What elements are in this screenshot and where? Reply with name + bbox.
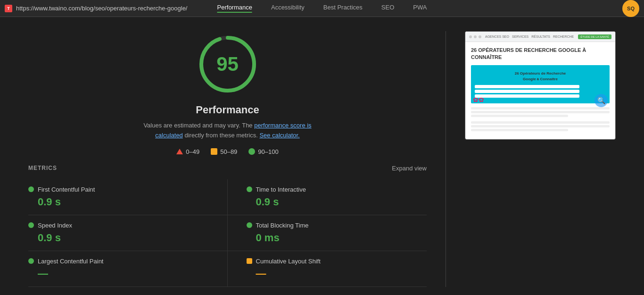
- preview-nav-2: SERVICES: [512, 35, 528, 38]
- metrics-section: METRICS Expand view First Contentful Pai…: [28, 165, 427, 287]
- preview-text-line-1: [471, 107, 610, 110]
- url-bar: T https://www.twaino.com/blog/seo/operat…: [5, 5, 187, 12]
- preview-nav-1: AGENCES SEO: [485, 35, 509, 38]
- metric-name-cls: Cumulative Layout Shift: [256, 258, 321, 265]
- vertical-divider: [446, 31, 446, 287]
- preview-text-line-3: [471, 115, 568, 117]
- legend: 0–49 50–89 90–100: [176, 148, 278, 155]
- metrics-header: METRICS Expand view: [28, 165, 427, 172]
- preview-content: 26 OPÉRATEURS DE RECHERCHE GOOGLE À CONN…: [465, 42, 615, 137]
- expand-view-button[interactable]: Expand view: [392, 165, 427, 172]
- nav-pwa[interactable]: PWA: [413, 4, 427, 13]
- metric-name-row-tbt: Total Blocking Time: [247, 222, 427, 229]
- preview-title: 26 OPÉRATEURS DE RECHERCHE GOOGLE À CONN…: [471, 47, 610, 61]
- favicon-icon: T: [5, 5, 12, 12]
- score-description: Values are estimated and may vary. The p…: [143, 121, 313, 141]
- metric-dot-cls: [247, 258, 252, 264]
- preview-nav-4: RECHERCHE: [553, 35, 574, 38]
- metric-value-fcp: 0.9 s: [28, 196, 208, 208]
- preview-nav-3: RÉSULTATS: [531, 35, 550, 38]
- legend-range-high: 90–100: [258, 148, 278, 155]
- preview-image-text: 26 Opérateurs de RechercheGoogle à Conna…: [475, 71, 606, 82]
- triangle-icon: [176, 149, 183, 154]
- metric-dot-lcp: [28, 258, 34, 264]
- metric-item-tbt: Total Blocking Time 0 ms: [228, 215, 427, 251]
- metric-name-row-tti: Time to Interactive: [247, 186, 427, 193]
- nav-seo[interactable]: SEO: [381, 4, 394, 13]
- legend-item-mid: 50–89: [211, 148, 237, 155]
- metric-value-cls: —: [247, 268, 427, 280]
- preview-dot-1: [469, 35, 472, 38]
- nav-best-practices[interactable]: Best Practices: [323, 4, 363, 13]
- preview-dot-2: [474, 35, 477, 38]
- metric-value-tbt: 0 ms: [247, 232, 427, 244]
- score-number: 95: [216, 53, 239, 76]
- top-bar: T https://www.twaino.com/blog/seo/operat…: [0, 0, 644, 17]
- score-label: Performance: [196, 104, 259, 116]
- legend-item-low: 0–49: [176, 148, 199, 155]
- metric-dot-tbt: [247, 222, 252, 228]
- see-calculator-link[interactable]: See calculator.: [259, 132, 299, 139]
- preview-cta: ÉTUDE DE LA SANTÉ: [578, 34, 611, 39]
- metric-name-si: Speed Index: [38, 222, 72, 229]
- metric-name-tbt: Total Blocking Time: [256, 222, 309, 229]
- preview-magnifier-icon: 🔍: [594, 94, 608, 107]
- metric-name-row-lcp: Largest Contentful Paint: [28, 258, 208, 265]
- nav-performance[interactable]: Performance: [217, 4, 252, 13]
- metrics-grid: First Contentful Paint 0.9 s Time to Int…: [28, 179, 427, 287]
- preview-nav-items: AGENCES SEO SERVICES RÉSULTATS RECHERCHE: [485, 35, 574, 38]
- score-circle: 95: [195, 31, 261, 97]
- metric-item-lcp: Largest Contentful Paint —: [28, 251, 228, 287]
- preview-text-line-6: [471, 129, 568, 131]
- top-nav: Performance Accessibility Best Practices…: [217, 4, 427, 13]
- left-panel: 95 Performance Values are estimated and …: [28, 31, 427, 287]
- metric-dot-tti: [247, 186, 252, 192]
- metric-name-fcp: First Contentful Paint: [38, 186, 95, 193]
- metric-name-row-fcp: First Contentful Paint: [28, 186, 208, 193]
- metric-value-si: 0.9 s: [28, 232, 208, 244]
- preview-text-line-4: [471, 121, 610, 124]
- score-section: 95 Performance Values are estimated and …: [28, 31, 427, 155]
- preview-text-line-2: [471, 111, 610, 113]
- metric-dot-fcp: [28, 186, 34, 192]
- legend-range-mid: 50–89: [220, 148, 237, 155]
- circle-icon: [248, 148, 255, 155]
- preview-text-line-5: [471, 125, 610, 127]
- metric-value-tti: 0.9 s: [247, 196, 427, 208]
- metric-name-lcp: Largest Contentful Paint: [38, 258, 103, 265]
- metric-name-row-si: Speed Index: [28, 222, 208, 229]
- webpage-preview: AGENCES SEO SERVICES RÉSULTATS RECHERCHE…: [465, 31, 616, 140]
- metric-name-row-cls: Cumulative Layout Shift: [247, 258, 427, 265]
- nav-accessibility[interactable]: Accessibility: [271, 4, 305, 13]
- legend-item-high: 90–100: [248, 148, 278, 155]
- preview-search-bars: [475, 85, 606, 98]
- metric-dot-si: [28, 222, 34, 228]
- metric-item-cls: Cumulative Layout Shift —: [228, 251, 427, 287]
- legend-range-low: 0–49: [186, 148, 199, 155]
- preview-text-lines: [471, 107, 610, 131]
- metric-name-tti: Time to Interactive: [256, 186, 306, 193]
- url-text: https://www.twaino.com/blog/seo/operateu…: [16, 5, 187, 12]
- preview-dot-3: [479, 35, 481, 38]
- metric-item-si: Speed Index 0.9 s: [28, 215, 228, 251]
- sq-badge: SQ: [622, 0, 639, 17]
- main-content: 95 Performance Values are estimated and …: [0, 17, 644, 295]
- preview-browser-bar: AGENCES SEO SERVICES RÉSULTATS RECHERCHE…: [465, 32, 615, 42]
- square-icon: [211, 148, 217, 155]
- metric-item-tti: Time to Interactive 0.9 s: [228, 179, 427, 215]
- right-panel: AGENCES SEO SERVICES RÉSULTATS RECHERCHE…: [465, 31, 616, 140]
- metrics-title: METRICS: [28, 165, 57, 171]
- metric-value-lcp: —: [28, 268, 208, 280]
- metric-item-fcp: First Contentful Paint 0.9 s: [28, 179, 228, 215]
